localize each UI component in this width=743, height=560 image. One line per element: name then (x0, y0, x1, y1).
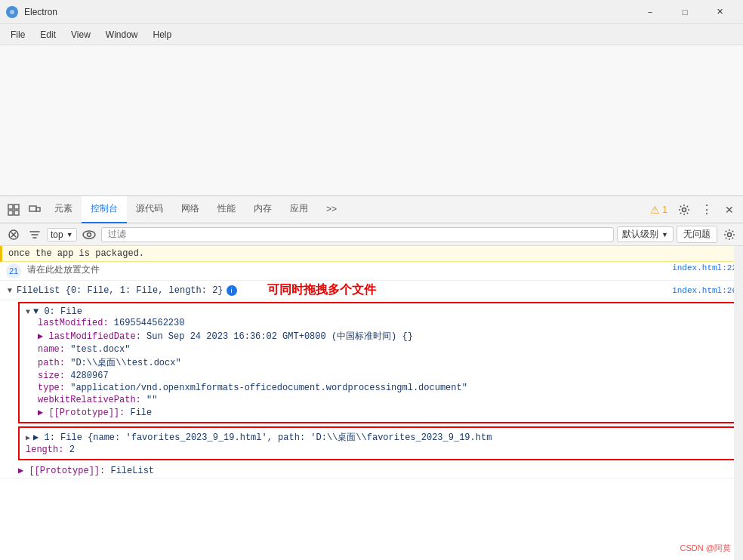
filelist-header-row: ▼ FileList {0: File, 1: File, length: 2}… (0, 281, 743, 300)
close-button[interactable]: ✕ (702, 0, 737, 24)
tab-network[interactable]: 网络 (172, 196, 208, 223)
lastmodified-key: lastModified: (38, 318, 109, 328)
size-val: 4280967 (70, 371, 108, 381)
warning-icon: ⚠ (650, 204, 660, 216)
prototype-key: ▶ [[Prototype]]: (38, 408, 125, 418)
svg-rect-5 (14, 211, 19, 215)
tab-console[interactable]: 控制台 (82, 196, 127, 223)
file0-size: size: 4280967 (26, 370, 729, 382)
file0-box: ▼ ▼ 0: File lastModified: 1695544562230 … (18, 302, 737, 423)
devtools-inspect-icon[interactable] (3, 199, 24, 220)
menu-view[interactable]: View (63, 26, 98, 43)
webkitrelativepath-key: webkitRelativePath: (38, 395, 141, 405)
file0-prototype: ▶ [[Prototype]]: File (26, 406, 729, 419)
svg-rect-2 (8, 205, 13, 209)
svg-rect-7 (36, 208, 40, 211)
context-selector[interactable]: top ▼ (47, 228, 77, 242)
webkitrelativepath-val: "" (146, 395, 157, 405)
devtools-tabs-bar: 元素 控制台 源代码 网络 性能 内存 应用 >> ⚠ 1 (0, 196, 743, 223)
svg-rect-4 (8, 211, 13, 215)
titlebar-controls: − □ ✕ (633, 0, 737, 24)
devtools-panel: 元素 控制台 源代码 网络 性能 内存 应用 >> ⚠ 1 (0, 196, 743, 560)
filelist-prototype-val: FileList (110, 466, 154, 476)
warning-badge[interactable]: ⚠ 1 (646, 202, 672, 217)
filelist-source[interactable]: index.html:26 (672, 286, 737, 295)
file1-expand-arrow[interactable]: ▶ (26, 433, 30, 442)
tab-sources[interactable]: 源代码 (127, 196, 172, 223)
menu-help[interactable]: Help (146, 26, 180, 43)
file0-header: ▼ ▼ 0: File (26, 306, 729, 317)
red-annotation: 可同时拖拽多个文件 (267, 282, 376, 298)
filelist-prototype-key: ▶ [[Prototype]]: (18, 466, 105, 476)
app-content-area (0, 45, 743, 196)
tab-more[interactable]: >> (317, 196, 346, 223)
file1-box: ▶ ▶ 1: File {name: 'favorites_2023_9_19.… (18, 426, 737, 460)
devtools-more-button[interactable]: ⋮ (696, 199, 717, 220)
warning-count: 1 (662, 205, 667, 215)
file0-lastmodifieddate: ▶ lastModifiedDate: Sun Sep 24 2023 16:3… (26, 329, 729, 343)
eye-icon[interactable] (80, 226, 98, 244)
console-line-21: 21 请在此处放置文件 index.html:22 (0, 262, 743, 281)
lastmodified-val: 1695544562230 (114, 318, 185, 328)
svg-point-8 (683, 208, 686, 211)
filter-input[interactable] (101, 227, 614, 242)
chevron-down-icon-level: ▼ (661, 231, 668, 238)
name-val: "test.docx" (70, 344, 130, 355)
devtools-close-button[interactable]: ✕ (719, 199, 740, 220)
minimize-button[interactable]: − (633, 0, 667, 24)
level-label: 默认级别 (622, 228, 658, 241)
svg-rect-3 (14, 205, 19, 209)
svg-point-1 (10, 10, 14, 14)
devtools-responsive-icon[interactable] (24, 199, 45, 220)
toolbar-settings-button[interactable] (720, 226, 738, 244)
log-level-selector[interactable]: 默认级别 ▼ (617, 226, 674, 242)
devtools-settings-button[interactable] (674, 199, 695, 220)
info-badge[interactable]: i (227, 285, 237, 296)
menu-file[interactable]: File (3, 26, 32, 43)
csdn-watermark: CSDN @阿莫 (680, 543, 731, 554)
menubar: File Edit View Window Help (0, 24, 743, 45)
file0-expand-arrow[interactable]: ▼ (26, 308, 30, 316)
type-val: "application/vnd.openxmlformats-officedo… (70, 383, 467, 393)
file0-type: type: "application/vnd.openxmlformats-of… (26, 382, 729, 394)
tab-performance[interactable]: 性能 (208, 196, 245, 223)
file1-header-text: ▶ 1: File {name: 'favorites_2023_9_19.ht… (33, 431, 492, 444)
filelist-prototype-line: ▶ [[Prototype]]: FileList (0, 463, 743, 478)
file1-header: ▶ ▶ 1: File {name: 'favorites_2023_9_19.… (26, 431, 729, 444)
prototype-val: File (130, 408, 152, 418)
maximize-button[interactable]: □ (667, 0, 702, 24)
length-key: length: (26, 445, 63, 455)
file0-webkitrelativepath: webkitRelativePath: "" (26, 394, 729, 406)
line21-text: 请在此处放置文件 (27, 263, 672, 276)
tab-application[interactable]: 应用 (281, 196, 317, 223)
app-icon (6, 6, 18, 18)
type-key: type: (38, 383, 65, 393)
svg-point-11 (87, 232, 91, 236)
file1-length: length: 2 (26, 444, 729, 456)
line21-source[interactable]: index.html:22 (672, 263, 737, 272)
svg-rect-6 (29, 206, 36, 211)
chevron-down-icon: ▼ (66, 231, 73, 238)
file0-path: path: "D:\\桌面\\test.docx" (26, 355, 729, 370)
tab-elements[interactable]: 元素 (45, 196, 82, 223)
no-issues-button[interactable]: 无问题 (677, 226, 717, 243)
filter-button[interactable] (26, 226, 44, 244)
lastmodifieddate-key: ▶ lastModifiedDate: (38, 331, 141, 342)
console-output[interactable]: once the app is packaged. 21 请在此处放置文件 in… (0, 246, 743, 560)
titlebar: Electron − □ ✕ (0, 0, 743, 24)
filelist-expand-arrow[interactable]: ▼ (6, 286, 14, 294)
context-label: top (51, 229, 63, 240)
devtools-tabs-right: ⚠ 1 ⋮ ✕ (646, 199, 740, 220)
tab-memory[interactable]: 内存 (245, 196, 281, 223)
console-toolbar: top ▼ 默认级别 ▼ 无问题 (0, 223, 743, 246)
console-warning-line: once the app is packaged. (0, 246, 743, 262)
scrollbar[interactable] (734, 246, 743, 560)
lastmodifieddate-val: Sun Sep 24 2023 16:36:02 GMT+0800 (中国标准时… (146, 331, 413, 342)
menu-window[interactable]: Window (98, 26, 146, 43)
filelist-label: FileList {0: File, 1: File, length: 2} (17, 285, 224, 296)
size-key: size: (38, 371, 65, 381)
path-key: path: (38, 358, 65, 368)
menu-edit[interactable]: Edit (32, 26, 63, 43)
clear-console-button[interactable] (5, 226, 23, 244)
svg-point-10 (83, 231, 95, 238)
